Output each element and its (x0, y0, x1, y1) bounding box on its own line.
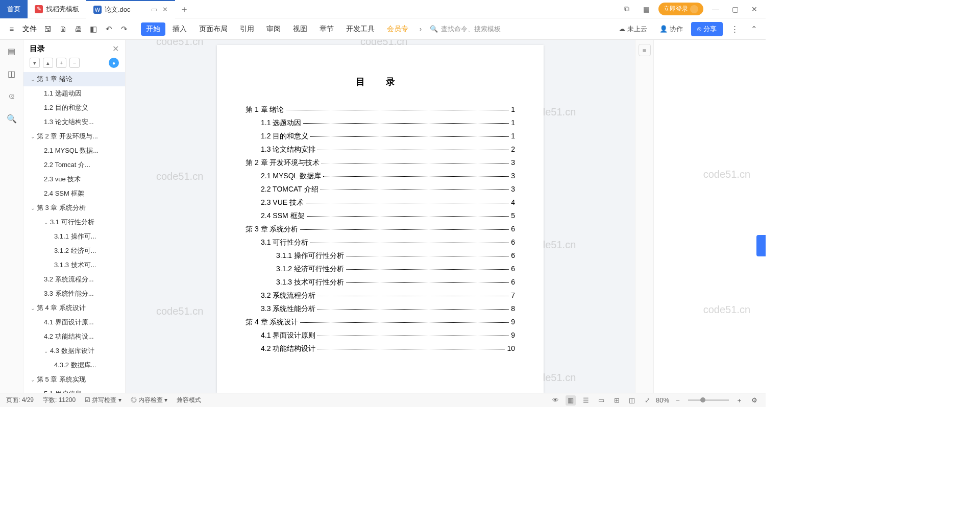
close-button[interactable]: ✕ (747, 2, 762, 16)
page-view-icon[interactable]: ▥ (566, 395, 576, 406)
menu-section[interactable]: 章节 (314, 22, 339, 36)
outline-item[interactable]: 4.2 功能结构设... (23, 329, 125, 344)
print-icon[interactable]: 🖶 (71, 22, 85, 36)
tab-templates[interactable]: ✎ 找稻壳模板 (28, 0, 86, 18)
outline-icon[interactable]: ▤ (6, 45, 18, 57)
maximize-button[interactable]: ▢ (728, 2, 742, 16)
content-check-button[interactable]: ◎ 内容检查 ▾ (131, 396, 168, 405)
collab-button[interactable]: 👤协作 (655, 22, 687, 36)
menu-icon[interactable]: ≡ (5, 22, 18, 36)
search-input[interactable]: 🔍 查找命令、搜索模板 (425, 22, 506, 36)
read-view-icon[interactable]: ▭ (596, 395, 606, 406)
outline-item[interactable]: 2.2 Tomcat 介... (23, 158, 125, 172)
apps-icon[interactable]: ▦ (639, 2, 653, 16)
menu-start[interactable]: 开始 (141, 22, 165, 36)
tab-document[interactable]: W 论文.doc ▭ ✕ (86, 0, 175, 18)
outline-item[interactable]: ⌄第 5 章 系统实现 (23, 372, 125, 387)
zoom-fit-icon[interactable]: ⤢ (642, 395, 652, 406)
preview-icon[interactable]: ◧ (87, 22, 100, 36)
minimize-button[interactable]: — (708, 2, 723, 16)
outline-item[interactable]: ⌄第 4 章 系统设计 (23, 301, 125, 315)
split-view-icon[interactable]: ◫ (627, 395, 637, 406)
close-icon[interactable]: ✕ (112, 44, 119, 54)
spellcheck-button[interactable]: ☑ 拼写检查 ▾ (85, 396, 121, 405)
menu-insert[interactable]: 插入 (167, 22, 192, 36)
expand-all-icon[interactable]: ▴ (43, 58, 53, 68)
statusbar: 页面: 4/29 字数: 11200 ☑ 拼写检查 ▾ ◎ 内容检查 ▾ 兼容模… (0, 393, 766, 407)
undo-icon[interactable]: ↶ (102, 22, 115, 36)
close-icon[interactable]: ✕ (162, 6, 168, 13)
outline-item[interactable]: 3.1.2 经济可... (23, 244, 125, 258)
cloud-button[interactable]: ☁未上云 (615, 22, 651, 36)
outline-item[interactable]: 5.1 用户信息... (23, 387, 125, 393)
remove-icon[interactable]: − (69, 58, 80, 68)
web-view-icon[interactable]: ⊞ (611, 395, 622, 406)
outline-item[interactable]: 4.3.2 数据库... (23, 358, 125, 372)
menu-view[interactable]: 视图 (288, 22, 312, 36)
outline-item[interactable]: 4.1 界面设计原... (23, 315, 125, 329)
outline-item[interactable]: 3.1.1 操作可... (23, 229, 125, 244)
outline-item[interactable]: ⌄第 3 章 系统分析 (23, 201, 125, 215)
share-button[interactable]: ⎋分享 (691, 22, 723, 36)
outline-item[interactable]: 3.1.3 技术可... (23, 258, 125, 272)
outline-view-icon[interactable]: ☰ (581, 395, 591, 406)
document-area[interactable]: code51.cn code51.cn code51.cn code51.cn … (126, 40, 635, 393)
collapse-icon[interactable]: ⌃ (747, 22, 761, 36)
outline-list[interactable]: ⌄第 1 章 绪论1.1 选题动因1.2 目的和意义1.3 论文结构安...⌄第… (23, 72, 125, 393)
panel-toggle-icon[interactable]: ≡ (639, 44, 651, 56)
tab-home[interactable]: 首页 (0, 0, 28, 18)
window-icon[interactable]: ▭ (151, 6, 157, 13)
outline-item[interactable]: 3.3 系统性能分... (23, 287, 125, 301)
page-indicator[interactable]: 页面: 4/29 (6, 396, 34, 405)
outline-item[interactable]: ⌄第 1 章 绪论 (23, 72, 125, 86)
nav-icon[interactable]: ◫ (6, 67, 18, 80)
zoom-in-icon[interactable]: ＋ (734, 395, 744, 406)
outline-item[interactable]: 3.2 系统流程分... (23, 272, 125, 287)
menu-layout[interactable]: 页面布局 (194, 22, 233, 36)
add-tab-button[interactable]: ＋ (175, 3, 193, 15)
toc-dots (322, 163, 509, 163)
outline-item[interactable]: 2.1 MYSQL 数据... (23, 144, 125, 158)
outline-item-label: 第 5 章 系统实现 (37, 375, 86, 384)
chevron-right-icon[interactable]: › (420, 26, 422, 33)
zoom-slider[interactable] (688, 399, 729, 401)
menu-member[interactable]: 会员专 (382, 22, 413, 36)
toc-dots (317, 309, 509, 310)
toc-text: 2.2 TOMCAT 介绍 (261, 185, 318, 194)
save-icon[interactable]: 🖫 (41, 22, 54, 36)
outline-item[interactable]: ⌄3.1 可行性分析 (23, 215, 125, 229)
menu-review[interactable]: 审阅 (261, 22, 286, 36)
login-button[interactable]: 立即登录 (658, 3, 703, 15)
layout-icon[interactable]: ⧉ (620, 2, 634, 16)
outline-item[interactable]: ⌄4.3 数据库设计 (23, 344, 125, 358)
feedback-tab[interactable] (756, 235, 766, 256)
zoom-level[interactable]: 80% (657, 395, 668, 406)
outline-item[interactable]: 1.3 论文结构安... (23, 115, 125, 129)
menu-reference[interactable]: 引用 (235, 22, 259, 36)
bookmark-icon[interactable]: ⟃ (6, 90, 18, 102)
file-menu[interactable]: 文件 (22, 25, 37, 34)
save-as-icon[interactable]: 🗎 (56, 22, 69, 36)
outline-item[interactable]: 1.2 目的和意义 (23, 101, 125, 115)
ai-icon[interactable]: ● (109, 58, 119, 68)
outline-item[interactable]: 1.1 选题动因 (23, 86, 125, 101)
toc-line: 3.1.2 经济可行性分析6 (246, 265, 515, 274)
collapse-all-icon[interactable]: ▾ (30, 58, 40, 68)
add-icon[interactable]: + (56, 58, 66, 68)
outline-item-label: 4.3.2 数据库... (54, 361, 96, 370)
outline-item[interactable]: ⌄第 2 章 开发环境与... (23, 129, 125, 144)
eye-icon[interactable]: 👁 (550, 395, 560, 406)
word-count[interactable]: 字数: 11200 (43, 396, 76, 405)
find-icon[interactable]: 🔍 (6, 112, 18, 125)
settings-icon[interactable]: ⚙ (749, 395, 760, 406)
outline-item[interactable]: 2.3 vue 技术 (23, 172, 125, 186)
menu-devtools[interactable]: 开发工具 (341, 22, 380, 36)
toc-line: 2.2 TOMCAT 介绍3 (246, 185, 515, 194)
toc-text: 第 1 章 绪论 (246, 105, 284, 114)
redo-icon[interactable]: ↷ (117, 22, 131, 36)
cloud-icon: ☁ (619, 25, 625, 33)
zoom-out-icon[interactable]: − (673, 395, 683, 406)
more-icon[interactable]: ⋮ (728, 22, 741, 36)
outline-item[interactable]: 2.4 SSM 框架 (23, 186, 125, 201)
toc-dots (310, 243, 509, 243)
